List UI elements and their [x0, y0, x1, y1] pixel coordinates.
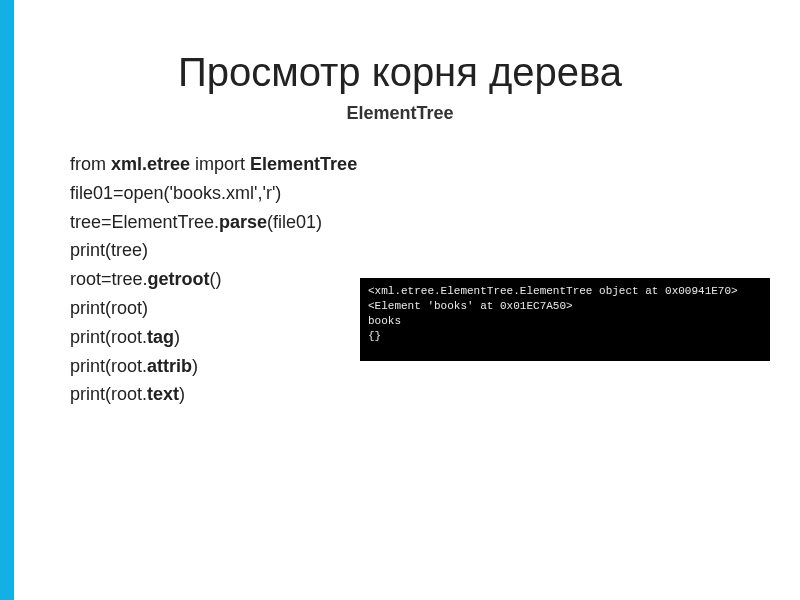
- console-line: {}: [368, 329, 762, 344]
- code-text: print(root.: [70, 384, 147, 404]
- slide-content: from xml.etree import ElementTree file01…: [70, 150, 730, 409]
- slide-subtitle: ElementTree: [70, 103, 730, 124]
- code-text: print(root.: [70, 327, 147, 347]
- console-line: books: [368, 314, 762, 329]
- code-line: print(root.text): [70, 380, 730, 409]
- code-text: (file01): [267, 212, 322, 232]
- code-bold: ElementTree: [250, 154, 357, 174]
- code-text: root=tree.: [70, 269, 148, 289]
- code-text: from: [70, 154, 111, 174]
- code-text: import: [190, 154, 250, 174]
- code-bold: text: [147, 384, 179, 404]
- code-text: print(root.: [70, 356, 147, 376]
- slide: Просмотр корня дерева ElementTree from x…: [0, 0, 800, 600]
- console-line: <Element 'books' at 0x01EC7A50>: [368, 299, 762, 314]
- code-line: tree=ElementTree.parse(file01): [70, 208, 730, 237]
- code-line: file01=open('books.xml','r'): [70, 179, 730, 208]
- code-bold: attrib: [147, 356, 192, 376]
- slide-title: Просмотр корня дерева: [70, 50, 730, 95]
- console-line: <xml.etree.ElementTree.ElementTree objec…: [368, 284, 762, 299]
- code-line: from xml.etree import ElementTree: [70, 150, 730, 179]
- code-bold: tag: [147, 327, 174, 347]
- console-output: <xml.etree.ElementTree.ElementTree objec…: [360, 278, 770, 361]
- code-bold: xml.etree: [111, 154, 190, 174]
- code-text: ): [192, 356, 198, 376]
- code-text: tree=ElementTree.: [70, 212, 219, 232]
- code-bold: parse: [219, 212, 267, 232]
- slide-shadow: Просмотр корня дерева ElementTree from x…: [0, 0, 800, 600]
- code-text: ): [179, 384, 185, 404]
- code-bold: getroot: [148, 269, 210, 289]
- code-text: (): [210, 269, 222, 289]
- code-line: print(tree): [70, 236, 730, 265]
- code-text: ): [174, 327, 180, 347]
